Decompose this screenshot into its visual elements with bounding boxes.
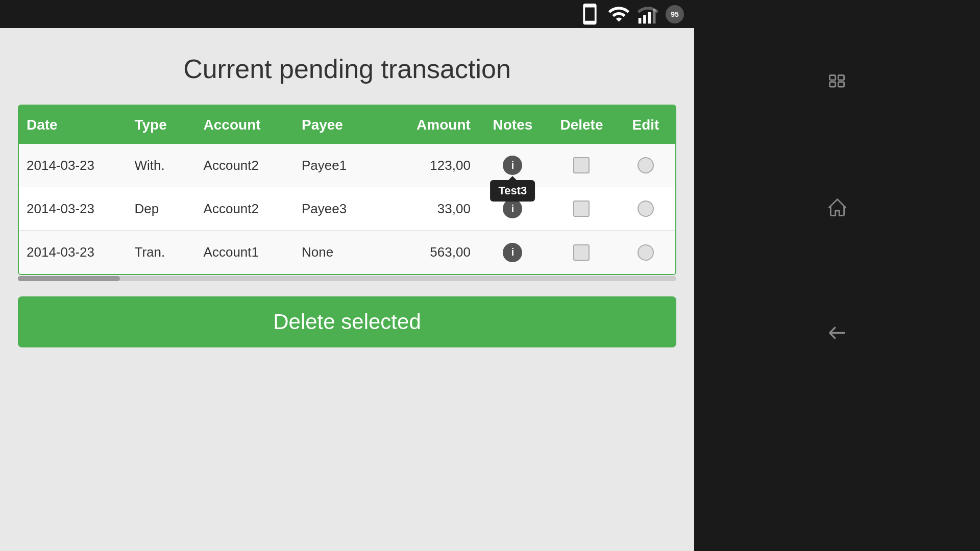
cell-type-2: Tran.: [127, 244, 196, 260]
home-icon[interactable]: [826, 196, 849, 219]
wifi-icon: [607, 3, 630, 26]
cell-date-2: 2014-03-23: [19, 244, 127, 260]
delete-checkbox-2[interactable]: [573, 244, 590, 261]
col-header-type: Type: [127, 117, 196, 133]
delete-button-label: Delete selected: [273, 310, 421, 334]
svg-rect-0: [639, 18, 642, 23]
edit-radio-0[interactable]: [638, 157, 654, 173]
battery-indicator: 95: [666, 5, 684, 23]
table-row: 2014-03-23 Dep Account2 Payee3 33,00 i: [19, 187, 675, 231]
tooltip-0: Test3: [490, 180, 535, 202]
col-header-payee: Payee: [294, 117, 392, 133]
cell-notes-2: i: [478, 243, 547, 262]
cell-account-1: Account2: [196, 201, 294, 217]
edit-radio-1[interactable]: [638, 201, 654, 217]
cell-edit-2: [616, 244, 675, 261]
delete-checkbox-0[interactable]: [573, 157, 590, 173]
svg-rect-5: [829, 82, 835, 87]
table-row: 2014-03-23 With. Account2 Payee1 123,00 …: [19, 144, 675, 187]
cell-notes-1: i: [478, 199, 547, 218]
cell-date-1: 2014-03-23: [19, 201, 127, 217]
back-icon[interactable]: [826, 321, 849, 344]
main-content: 95 Current pending transaction Date Type…: [0, 0, 694, 551]
svg-rect-3: [653, 9, 656, 23]
cell-edit-0: [616, 157, 675, 173]
svg-rect-1: [643, 15, 646, 23]
status-bar: 95: [0, 0, 694, 28]
delete-selected-button[interactable]: Delete selected: [18, 296, 676, 347]
recent-apps-icon[interactable]: [826, 71, 849, 94]
cell-edit-1: [616, 201, 675, 217]
info-icon-1[interactable]: i: [503, 199, 522, 218]
cell-notes-0: i Test3: [478, 156, 547, 175]
col-header-notes: Notes: [478, 117, 547, 133]
svg-rect-2: [648, 12, 651, 24]
transactions-table: Date Type Account Payee Amount Notes Del…: [18, 105, 676, 275]
svg-rect-6: [838, 76, 844, 80]
cell-type-0: With.: [127, 158, 196, 173]
cell-amount-0: 123,00: [392, 158, 478, 173]
cell-payee-1: Payee3: [294, 201, 392, 217]
info-icon-0[interactable]: i Test3: [503, 156, 522, 175]
cell-account-2: Account1: [196, 244, 294, 260]
col-header-delete: Delete: [547, 117, 616, 133]
cell-delete-1: [547, 201, 616, 217]
scrollbar[interactable]: [18, 276, 676, 281]
cell-payee-0: Payee1: [294, 158, 392, 173]
col-header-date: Date: [19, 117, 127, 133]
edit-radio-2[interactable]: [638, 244, 654, 261]
info-icon-2[interactable]: i: [503, 243, 522, 262]
col-header-edit: Edit: [616, 117, 675, 133]
col-header-amount: Amount: [392, 117, 478, 133]
scroll-thumb[interactable]: [18, 276, 120, 281]
cell-payee-2: None: [294, 244, 392, 260]
delete-checkbox-1[interactable]: [573, 201, 590, 217]
table-row: 2014-03-23 Tran. Account1 None 563,00 i: [19, 231, 675, 274]
cell-type-1: Dep: [127, 201, 196, 217]
col-header-account: Account: [196, 117, 294, 133]
svg-rect-7: [838, 82, 844, 87]
cell-amount-2: 563,00: [392, 244, 478, 260]
sidebar: [694, 0, 980, 551]
cell-delete-2: [547, 244, 616, 261]
cell-amount-1: 33,00: [392, 201, 478, 217]
phone-icon: [578, 3, 601, 26]
signal-icon: [636, 3, 659, 26]
cell-date-0: 2014-03-23: [19, 158, 127, 173]
table-header: Date Type Account Payee Amount Notes Del…: [19, 106, 675, 144]
page-title: Current pending transaction: [0, 28, 694, 105]
cell-account-0: Account2: [196, 158, 294, 173]
cell-delete-0: [547, 157, 616, 173]
